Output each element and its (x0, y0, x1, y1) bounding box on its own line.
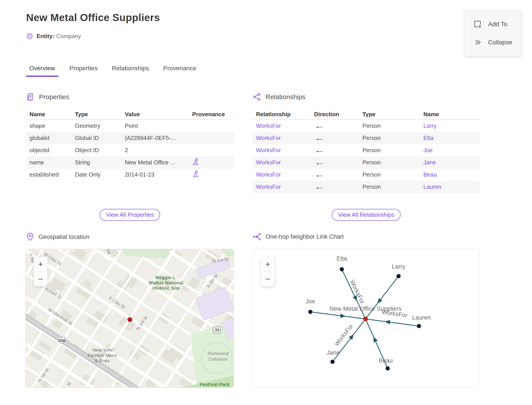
property-provenance (189, 158, 234, 167)
relationship-name-link[interactable]: Beau (423, 171, 437, 178)
person-node[interactable] (386, 366, 390, 371)
relationship-row: WorksFor←PersonBeau (253, 169, 480, 181)
person-node[interactable] (397, 274, 401, 278)
page-title: New Metal Office Suppliers (26, 12, 160, 24)
map-card[interactable]: + − k RdW Clay StSaarshall StE Clay StW … (26, 249, 234, 388)
property-type: Date Only (75, 171, 125, 178)
actions-panel: Add To Collapse (465, 10, 521, 56)
property-value: 2 (125, 147, 189, 154)
svg-text:250: 250 (59, 338, 65, 343)
properties-section-header: Properties (26, 93, 69, 101)
property-value: 2014-01-23 (125, 171, 189, 178)
person-node[interactable] (340, 267, 344, 271)
person-node-label: Jane (327, 349, 340, 356)
svg-text:Walker National: Walker National (149, 280, 184, 285)
add-to-label: Add To (488, 21, 507, 28)
property-row: shapeGeometryPoint (26, 120, 234, 132)
relationship-type-link[interactable]: WorksFor (256, 122, 281, 129)
center-entity-label: New Metal Office Suppliers (329, 305, 401, 312)
properties-section-title: Properties (39, 93, 69, 101)
center-entity-node[interactable] (363, 317, 368, 321)
relationship-entity-type: Person (362, 147, 423, 154)
provenance-flag-icon[interactable] (192, 170, 199, 177)
tab-relationships[interactable]: Relationships (108, 65, 152, 77)
provenance-flag-icon[interactable] (192, 158, 199, 165)
relationship-name-link[interactable]: Larry (423, 122, 436, 129)
entity-row: Entity:Company (27, 33, 81, 40)
collapse-button[interactable]: Collapse (465, 38, 521, 47)
relationship-name-link[interactable]: Etta (423, 135, 434, 141)
relationship-type-link[interactable]: WorksFor (256, 135, 281, 141)
collapse-chevrons-icon (473, 38, 482, 47)
person-node-label: Etta (337, 255, 347, 262)
relationship-entity-type: Person (362, 183, 423, 190)
properties-table: Name Type Value Provenance shapeGeometry… (26, 109, 234, 181)
map-zoom-out-button[interactable]: − (34, 272, 47, 287)
geospatial-section-header: Geospatial location (26, 232, 90, 241)
view-all-relationships-button[interactable]: View All Relationships (332, 209, 400, 221)
person-node[interactable] (308, 310, 313, 314)
relationships-table: Relationship Direction Type Name WorksFo… (253, 109, 480, 193)
relationship-entity-type: Person (362, 171, 423, 178)
property-value: Point (125, 122, 189, 129)
link-chart-section-title: One-hop Neighbor Link Chart (266, 233, 344, 240)
properties-table-header: Name Type Value Provenance (26, 109, 234, 120)
relationship-row: WorksFor←PersonLarry (253, 120, 480, 132)
relationship-type-link[interactable]: WorksFor (256, 159, 281, 166)
svg-text:& Boys: & Boys (95, 358, 110, 363)
link-chart-card[interactable]: + − WorksForWorksForWorksForEttaLarryJoe… (253, 249, 479, 388)
chart-zoom-in-button[interactable]: + (261, 257, 275, 272)
relationship-type-link[interactable]: WorksFor (256, 171, 281, 178)
property-name: established (26, 171, 75, 178)
svg-text:Richmond: Richmond (208, 351, 229, 356)
relationship-name-link[interactable]: Joe (423, 147, 433, 154)
chart-zoom-out-button[interactable]: − (261, 272, 275, 287)
collapse-label: Collapse (488, 39, 512, 46)
svg-text:Coliseum: Coliseum (208, 357, 228, 362)
route-shield: 33 (213, 327, 221, 333)
relationship-direction: ← (314, 147, 362, 154)
map-zoom-in-button[interactable]: + (34, 257, 47, 272)
add-to-button[interactable]: Add To (465, 20, 521, 29)
entity-location-marker[interactable] (128, 317, 132, 322)
relationship-entity-type: Person (362, 159, 423, 166)
person-node[interactable] (331, 360, 335, 364)
svg-text:33: 33 (215, 328, 219, 332)
person-node-label: Joe (306, 298, 315, 305)
basemap[interactable]: k RdW Clay StSaarshall StE Clay StW Mars… (26, 249, 234, 388)
link-chart-section-header: One-hop Neighbor Link Chart (253, 232, 344, 241)
relationship-name-link[interactable]: Lauren (423, 183, 441, 190)
tab-bar: OverviewPropertiesRelationshipsProvenanc… (26, 65, 200, 77)
relationship-name-link[interactable]: Jane (423, 159, 436, 166)
view-all-properties-button[interactable]: View All Properties (100, 209, 160, 221)
property-type: String (75, 159, 125, 166)
property-name: globalid (26, 135, 75, 142)
one-hop-link-chart[interactable]: WorksForWorksForWorksForEttaLarryJoeLaur… (253, 249, 479, 388)
relationships-table-header: Relationship Direction Type Name (253, 109, 480, 120)
person-node[interactable] (417, 324, 421, 328)
tab-properties[interactable]: Properties (66, 65, 101, 77)
properties-icon (26, 93, 35, 101)
property-type: Global ID (75, 135, 125, 142)
property-row: objectidObject ID2 (26, 144, 234, 156)
entity-label: Entity:Company (37, 33, 81, 40)
tab-overview[interactable]: Overview (26, 65, 59, 77)
person-node-label: Beau (379, 357, 392, 364)
relationships-section-header: Relationships (253, 93, 306, 101)
map-zoom-control: + − (34, 257, 47, 286)
property-row: establishedDate Only2014-01-23 (26, 169, 234, 181)
entity-type-icon (27, 33, 33, 39)
relationship-type-link[interactable]: WorksFor (256, 147, 281, 154)
relationship-direction: ← (314, 183, 362, 191)
relationship-type-link[interactable]: WorksFor (256, 183, 281, 190)
svg-text:New York: New York (93, 347, 112, 352)
svg-text:Historic Site: Historic Site (153, 285, 180, 290)
relationship-direction: ← (314, 159, 362, 166)
tab-provenance[interactable]: Provenance (160, 65, 200, 77)
add-to-icon (473, 20, 482, 29)
property-row: globalidGlobal ID{A228944F-0EF5-... (26, 132, 234, 144)
relationships-icon (253, 93, 261, 101)
relationship-row: WorksFor←PersonJane (253, 156, 480, 169)
relationship-direction: ← (314, 171, 362, 179)
property-provenance (189, 170, 234, 179)
